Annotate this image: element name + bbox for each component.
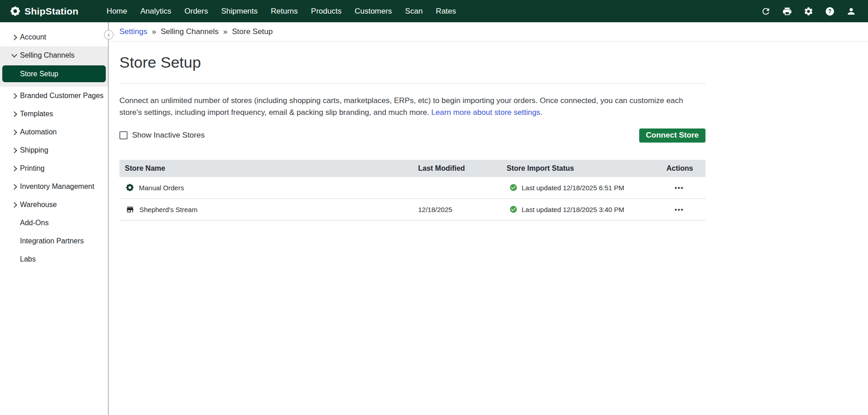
store-name: Manual Orders bbox=[139, 184, 184, 192]
nav-returns[interactable]: Returns bbox=[271, 7, 298, 16]
shipstation-gear-icon bbox=[10, 6, 20, 16]
sidebar-item-printing[interactable]: Printing bbox=[0, 159, 108, 178]
breadcrumb-separator: » bbox=[223, 27, 227, 36]
sidebar-item-labs[interactable]: Labs bbox=[0, 250, 108, 268]
table-row: Shepherd's Stream 12/18/2025 Last update… bbox=[119, 199, 705, 221]
brand-name: ShipStation bbox=[25, 6, 79, 17]
breadcrumb-settings-link[interactable]: Settings bbox=[119, 27, 147, 36]
top-navbar: ShipStation Home Analytics Orders Shipme… bbox=[0, 0, 868, 22]
nav-analytics[interactable]: Analytics bbox=[140, 7, 171, 16]
sidebar-item-label: Store Setup bbox=[20, 70, 59, 78]
sidebar-item-templates[interactable]: Templates bbox=[0, 105, 108, 123]
chevron-right-icon bbox=[11, 202, 17, 208]
sidebar-item-inventory-management[interactable]: Inventory Management bbox=[0, 178, 108, 196]
show-inactive-stores-toggle[interactable]: Show Inactive Stores bbox=[119, 131, 205, 140]
storefront-icon bbox=[126, 205, 134, 214]
sidebar-item-add-ons[interactable]: Add-Ons bbox=[0, 214, 108, 232]
table-header-row: Store Name Last Modified Store Import St… bbox=[119, 160, 705, 177]
svg-text:?: ? bbox=[828, 8, 831, 15]
stores-table: Store Name Last Modified Store Import St… bbox=[119, 160, 705, 221]
settings-gear-icon[interactable] bbox=[804, 6, 814, 16]
nav-products[interactable]: Products bbox=[311, 7, 341, 16]
chevron-right-icon bbox=[11, 129, 17, 135]
sidebar-item-store-setup[interactable]: Store Setup bbox=[2, 65, 106, 82]
sidebar-item-label: Add-Ons bbox=[20, 219, 49, 227]
page-description: Connect an unlimited number of stores (i… bbox=[119, 95, 705, 119]
store-name-cell[interactable]: Shepherd's Stream bbox=[119, 205, 415, 214]
account-icon[interactable] bbox=[846, 6, 856, 16]
row-actions-menu-button[interactable]: ••• bbox=[663, 184, 705, 192]
chevron-right-icon bbox=[11, 148, 17, 153]
status-text: Last updated 12/18/2025 6:51 PM bbox=[522, 184, 624, 192]
title-divider bbox=[119, 84, 705, 84]
check-circle-icon bbox=[509, 205, 518, 213]
store-import-status-cell: Last updated 12/18/2025 3:40 PM bbox=[504, 205, 663, 213]
store-import-status-cell: Last updated 12/18/2025 6:51 PM bbox=[504, 183, 663, 192]
last-modified-cell: 12/18/2025 bbox=[415, 206, 504, 213]
checkbox-label: Show Inactive Stores bbox=[132, 131, 205, 140]
check-circle-icon bbox=[509, 183, 518, 192]
settings-sidebar: Account Selling Channels Store Setup Bra… bbox=[0, 22, 108, 415]
sidebar-item-label: Printing bbox=[20, 164, 44, 173]
column-header-store-import-status: Store Import Status bbox=[504, 164, 663, 173]
status-text: Last updated 12/18/2025 3:40 PM bbox=[522, 206, 624, 213]
column-header-last-modified: Last Modified bbox=[415, 164, 504, 173]
sidebar-group-selling-channels: Selling Channels Store Setup bbox=[0, 46, 108, 87]
chevron-right-icon bbox=[11, 111, 17, 117]
breadcrumb-selling-channels: Selling Channels bbox=[161, 27, 219, 36]
sidebar-item-label: Integration Partners bbox=[20, 237, 84, 245]
nav-customers[interactable]: Customers bbox=[355, 7, 392, 16]
shipstation-logo[interactable]: ShipStation bbox=[0, 6, 79, 17]
topbar-icon-group: ? bbox=[761, 6, 868, 16]
store-name: Shepherd's Stream bbox=[139, 206, 197, 213]
breadcrumb-separator: » bbox=[152, 27, 156, 36]
row-actions-menu-button[interactable]: ••• bbox=[663, 206, 705, 213]
sidebar-item-selling-channels[interactable]: Selling Channels bbox=[0, 46, 108, 64]
chevron-right-icon bbox=[11, 35, 17, 40]
sidebar-item-label: Automation bbox=[20, 128, 57, 136]
page-title: Store Setup bbox=[119, 53, 705, 72]
column-header-store-name: Store Name bbox=[119, 164, 415, 173]
table-row: Manual Orders Last updated 12/18/2025 6:… bbox=[119, 177, 705, 199]
sidebar-item-label: Templates bbox=[20, 110, 53, 118]
store-name-cell[interactable]: Manual Orders bbox=[119, 183, 415, 192]
checkbox-unchecked-icon[interactable] bbox=[119, 131, 128, 139]
nav-home[interactable]: Home bbox=[107, 7, 127, 16]
nav-shipments[interactable]: Shipments bbox=[221, 7, 257, 16]
main-content: Settings » Selling Channels » Store Setu… bbox=[109, 22, 868, 415]
sidebar-item-branded-customer-pages[interactable]: Branded Customer Pages bbox=[0, 87, 108, 105]
connect-store-button[interactable]: Connect Store bbox=[639, 128, 705, 143]
sidebar-item-label: Account bbox=[20, 33, 46, 41]
refresh-icon[interactable] bbox=[761, 6, 771, 16]
shipstation-gear-icon bbox=[126, 183, 134, 192]
learn-more-link[interactable]: Learn more about store settings. bbox=[431, 108, 542, 117]
breadcrumb: Settings » Selling Channels » Store Setu… bbox=[109, 22, 868, 42]
column-header-actions: Actions bbox=[663, 164, 705, 173]
table-controls: Show Inactive Stores Connect Store bbox=[119, 128, 705, 143]
breadcrumb-store-setup: Store Setup bbox=[232, 27, 273, 36]
print-icon[interactable] bbox=[782, 6, 792, 16]
main-nav: Home Analytics Orders Shipments Returns … bbox=[107, 7, 456, 16]
description-text: Connect an unlimited number of stores (i… bbox=[119, 96, 683, 117]
sidebar-item-warehouse[interactable]: Warehouse bbox=[0, 196, 108, 214]
chevron-right-icon bbox=[11, 166, 17, 172]
sidebar-item-label: Inventory Management bbox=[20, 183, 94, 191]
nav-orders[interactable]: Orders bbox=[184, 7, 208, 16]
nav-rates[interactable]: Rates bbox=[436, 7, 456, 16]
chevron-right-icon bbox=[11, 184, 17, 190]
sidebar-item-automation[interactable]: Automation bbox=[0, 123, 108, 141]
chevron-down-icon bbox=[11, 52, 17, 58]
chevron-right-icon bbox=[11, 93, 17, 99]
nav-scan[interactable]: Scan bbox=[405, 7, 423, 16]
sidebar-item-shipping[interactable]: Shipping bbox=[0, 141, 108, 159]
sidebar-item-account[interactable]: Account bbox=[0, 28, 108, 46]
sidebar-item-label: Branded Customer Pages bbox=[20, 92, 104, 100]
sidebar-item-label: Selling Channels bbox=[20, 51, 74, 59]
sidebar-item-label: Labs bbox=[20, 255, 36, 263]
sidebar-item-label: Warehouse bbox=[20, 201, 57, 209]
sidebar-collapse-button[interactable]: ‹ bbox=[104, 30, 113, 40]
sidebar-item-integration-partners[interactable]: Integration Partners bbox=[0, 232, 108, 250]
sidebar-item-label: Shipping bbox=[20, 146, 48, 154]
help-icon[interactable]: ? bbox=[825, 6, 835, 16]
